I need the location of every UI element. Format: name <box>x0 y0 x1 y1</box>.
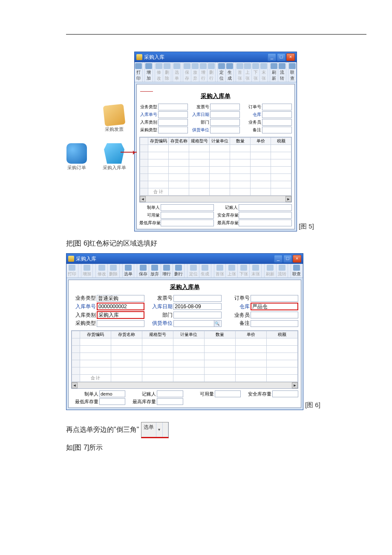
field-input[interactable]: 普通采购 <box>97 295 144 302</box>
field-input[interactable] <box>97 320 144 327</box>
toolbar-联查[interactable]: 联查 <box>291 264 303 278</box>
toolbar-保存[interactable]: 保存 <box>137 264 149 278</box>
col-税额[interactable]: 税额 <box>271 138 291 145</box>
h-scrollbar[interactable]: ◄ ► <box>140 196 291 202</box>
col-计量单位[interactable]: 计量单位 <box>210 138 230 145</box>
footer-input[interactable] <box>161 212 214 219</box>
toolbar-流转[interactable]: 流转 <box>278 62 286 82</box>
footer-input[interactable]: demo <box>99 390 125 397</box>
footer-input[interactable] <box>157 398 183 405</box>
footer-input[interactable] <box>239 212 292 219</box>
field-input[interactable] <box>251 320 298 327</box>
field-input[interactable] <box>262 111 292 118</box>
col-存货名称[interactable]: 存货名称 <box>111 331 142 338</box>
footer-安全库存量: 安全库存量 <box>244 390 298 397</box>
field-input[interactable] <box>210 104 240 110</box>
footer-安全库存量: 安全库存量 <box>217 212 292 219</box>
toolbar-删行: 删行 <box>208 62 216 82</box>
col-计量单位[interactable]: 计量单位 <box>173 331 205 338</box>
col-存货编码[interactable]: 存货编码 <box>148 138 169 145</box>
field-input[interactable] <box>158 104 188 110</box>
table-row[interactable] <box>140 174 291 181</box>
footer-input[interactable] <box>161 220 214 226</box>
footer-input[interactable] <box>239 220 292 226</box>
footer-input[interactable] <box>239 204 292 211</box>
col-数量[interactable]: 数量 <box>205 331 236 338</box>
scroll-right-button[interactable]: ► <box>292 382 298 388</box>
table-row[interactable] <box>72 360 298 367</box>
table-row[interactable] <box>72 346 298 353</box>
col-规格型号[interactable]: 规格型号 <box>142 331 173 338</box>
field-label: 订单号 <box>243 104 261 110</box>
col-存货编码[interactable]: 存货编码 <box>80 331 111 338</box>
maximize-button[interactable]: □ <box>277 53 285 61</box>
footer-input[interactable] <box>272 390 298 397</box>
table-row[interactable] <box>140 152 291 159</box>
field-input[interactable] <box>158 111 188 118</box>
detail-grid[interactable]: 存货编码存货名称规格型号计量单位数量单价税额 合 计 ◄ ► <box>139 137 292 202</box>
table-row[interactable] <box>140 181 291 188</box>
table-row[interactable] <box>140 167 291 174</box>
toolbar-定位[interactable]: 定位 <box>218 62 226 82</box>
field-input[interactable] <box>262 119 292 126</box>
footer-label: 安全库存量 <box>244 391 271 397</box>
field-input[interactable] <box>173 295 221 302</box>
toolbar-icon <box>271 63 277 69</box>
toolbar-联查[interactable]: 联查 <box>288 62 297 82</box>
footer-input[interactable] <box>157 390 183 397</box>
field-input[interactable] <box>262 127 292 133</box>
toolbar-增行[interactable]: 增行 <box>161 264 173 278</box>
select-order-button[interactable]: 选单 <box>141 422 156 437</box>
minimize-button[interactable]: _ <box>274 255 282 263</box>
dropdown-triangle[interactable]: ▾ <box>156 422 163 437</box>
toolbar-增加[interactable]: 增加 <box>145 62 153 82</box>
scroll-left-button[interactable]: ◄ <box>140 196 146 202</box>
field-input[interactable] <box>210 111 240 118</box>
footer-input[interactable] <box>99 398 125 405</box>
field-input[interactable] <box>158 119 188 126</box>
minimize-button[interactable]: _ <box>268 53 276 61</box>
field-input[interactable] <box>210 119 240 126</box>
col-税额[interactable]: 税额 <box>267 331 298 338</box>
toolbar-生成[interactable]: 生成 <box>226 62 234 82</box>
scroll-right-button[interactable]: ► <box>285 196 291 202</box>
field-input[interactable]: 严品仓 <box>251 303 298 310</box>
footer-最高库存量: 最高库存量 <box>217 220 292 226</box>
scroll-left-button[interactable]: ◄ <box>72 382 78 388</box>
field-input[interactable] <box>158 127 188 133</box>
field-input[interactable] <box>210 127 240 133</box>
titlebar[interactable]: 采购入库 _ □ × <box>66 254 303 264</box>
field-input[interactable] <box>173 312 221 318</box>
field-input[interactable]: 采购入库 <box>97 311 144 319</box>
col-单价[interactable]: 单价 <box>236 331 267 338</box>
field-input[interactable]: 2016-08-09 <box>173 303 221 310</box>
titlebar[interactable]: 采购入库 _ □ × <box>135 52 297 62</box>
table-row[interactable] <box>140 159 291 167</box>
col-数量[interactable]: 数量 <box>230 138 251 145</box>
table-row[interactable] <box>72 338 298 346</box>
col-单价[interactable]: 单价 <box>251 138 271 145</box>
col-规格型号[interactable]: 规格型号 <box>189 138 210 145</box>
field-input[interactable] <box>251 312 298 318</box>
detail-grid[interactable]: 存货编码存货名称规格型号计量单位数量单价税额 合 计 ◄ ► <box>71 330 298 389</box>
h-scrollbar[interactable]: ◄ ► <box>72 382 298 388</box>
footer-input[interactable] <box>161 204 214 211</box>
lookup-button-icon[interactable]: 🔍 <box>214 321 220 327</box>
table-row[interactable] <box>140 145 291 152</box>
field-input[interactable]: 🔍 <box>173 320 221 327</box>
close-button[interactable]: × <box>293 255 301 263</box>
field-input[interactable]: 0000000002 <box>97 303 144 310</box>
toolbar-刷新[interactable]: 刷新 <box>270 62 278 82</box>
toolbar-删行[interactable]: 删行 <box>173 264 185 278</box>
maximize-button[interactable]: □ <box>283 255 292 263</box>
toolbar-打印[interactable]: 打印 <box>135 62 143 82</box>
toolbar-放弃[interactable]: 放弃 <box>149 264 161 278</box>
table-row[interactable] <box>72 353 298 360</box>
toolbar-选单[interactable]: 选单 <box>123 264 135 278</box>
field-input[interactable] <box>251 295 298 302</box>
table-row[interactable] <box>72 367 298 375</box>
col-存货名称[interactable]: 存货名称 <box>169 138 189 145</box>
field-input[interactable] <box>262 104 292 110</box>
footer-input[interactable] <box>215 390 241 397</box>
close-button[interactable]: × <box>286 53 295 61</box>
